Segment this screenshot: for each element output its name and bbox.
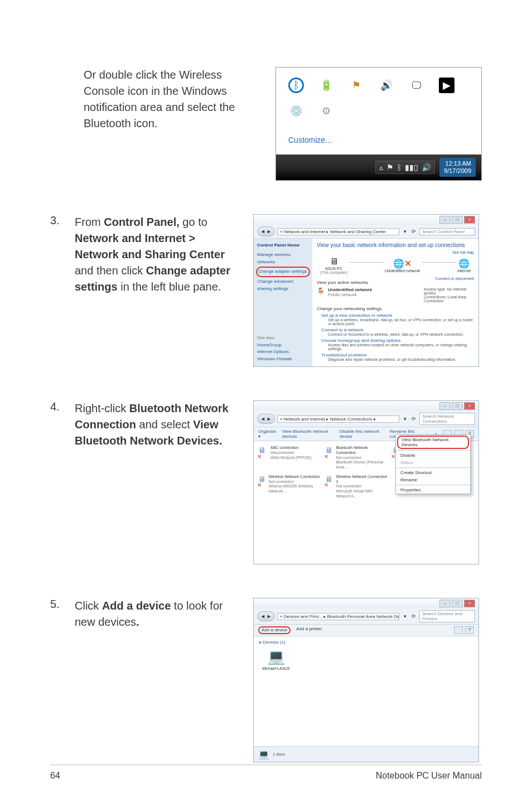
connect-disconnect-link[interactable]: Connect or disconnect: [435, 277, 474, 285]
details-pane: 💻 1 item: [254, 746, 478, 762]
close-button[interactable]: ×: [464, 216, 475, 224]
menu-view-bt-devices[interactable]: View Bluetooth Network Devices: [397, 436, 469, 449]
globe-icon: 🌐: [457, 258, 471, 269]
address-field[interactable]: « Network and Internet ▸ Network Connect…: [277, 416, 399, 423]
see-also-homegroup[interactable]: HomeGroup: [257, 342, 309, 349]
address-field[interactable]: « Devices and Print... ▸ Bluetooth Perso…: [277, 613, 399, 620]
screenshot-network-sharing: – □ × ◄► « Network and Internet ▸ Networ…: [253, 214, 479, 367]
search-field[interactable]: Search Devices and Printers: [419, 610, 475, 622]
maximize-button[interactable]: □: [452, 216, 463, 224]
toolbar-view-bt[interactable]: View Bluetooth network devices: [282, 429, 333, 439]
step-number-4: 4.: [50, 400, 64, 413]
window-titlebar: – □ ×: [254, 215, 478, 225]
bench-icon: 🪑: [317, 287, 325, 295]
pc-icon: 🖥: [320, 257, 347, 267]
map-node-internet: 🌐 Internet: [457, 258, 471, 273]
bluetooth-tray-icon[interactable]: ᛒ: [397, 163, 402, 172]
add-printer-button[interactable]: Add a printer: [296, 626, 322, 634]
action-center-icon: ⚑: [349, 78, 364, 93]
search-field[interactable]: Search Control Panel: [419, 228, 475, 235]
step-text-4: Right-click Bluetooth Network Connection…: [75, 400, 242, 449]
view-icon[interactable]: [454, 626, 463, 634]
battery-icon: 🔋: [318, 78, 334, 93]
address-field[interactable]: « Network and Internet ▸ Network and Sha…: [277, 228, 399, 235]
context-menu: View Bluetooth Network Devices Disable S…: [395, 434, 471, 494]
nav-back-forward[interactable]: ◄►: [257, 611, 275, 621]
footer-laptop-icon: 💻: [258, 749, 269, 760]
sidebar: Control Panel Home Manage wireless netwo…: [254, 239, 312, 366]
step-number-5: 5.: [50, 598, 64, 611]
sidebar-manage-wireless[interactable]: Manage wireless networks: [257, 252, 309, 266]
sidebar-change-adapter[interactable]: Change adapter settings: [256, 267, 310, 277]
devices-group[interactable]: ▸ Devices (1): [259, 640, 473, 645]
flag-icon[interactable]: ⚑: [386, 163, 394, 172]
map-node-network: 🌐✕ Unidentified network: [385, 258, 420, 273]
help-icon[interactable]: ?: [465, 626, 474, 634]
laptop-icon: 💻: [259, 648, 293, 665]
clock-time: 12:13 AM: [444, 160, 471, 167]
screenshot-network-connections: – □ × ◄► « Network and Internet ▸ Networ…: [253, 400, 479, 564]
minimize-button[interactable]: –: [439, 216, 451, 224]
taskbar-clock: 12:13 AM 9/17/2009: [439, 158, 476, 177]
step-number-3: 3.: [50, 214, 64, 227]
menu-properties[interactable]: Properties: [396, 486, 470, 494]
close-button[interactable]: ×: [464, 402, 475, 410]
sidebar-heading: Control Panel Home: [257, 242, 309, 249]
disc-icon: 💿: [288, 103, 304, 119]
menu-status: Status: [396, 459, 470, 466]
minimize-button[interactable]: –: [439, 600, 451, 607]
x-overlay-icon: ✕: [324, 482, 333, 489]
manual-title: Notebook PC User Manual: [376, 771, 482, 781]
nav-back-forward[interactable]: ◄►: [257, 414, 275, 424]
minimize-button[interactable]: –: [439, 402, 451, 410]
footer-count: 1 item: [273, 752, 285, 757]
task-homegroup[interactable]: Choose homegroup and sharing options: [321, 338, 400, 343]
active-networks-label: View your active networks: [317, 280, 368, 285]
task-connect-network[interactable]: Connect to a network: [321, 327, 364, 332]
network-icon: 🖵: [409, 78, 424, 93]
see-also-internet-options[interactable]: Internet Options: [257, 349, 309, 356]
toolbar-disable[interactable]: Disable this network device: [340, 429, 384, 439]
signal-icon[interactable]: ▮▮▯: [405, 163, 418, 172]
maximize-button[interactable]: □: [452, 600, 463, 607]
connection-item[interactable]: 🖥✕Bluetooth Network ConnectionNot connec…: [325, 446, 388, 470]
nav-back-forward[interactable]: ◄►: [257, 226, 275, 236]
gear-icon: ⚙: [318, 103, 334, 119]
map-node-pc: 🖥 ASUS-PC (This computer): [320, 257, 347, 274]
close-button[interactable]: ×: [464, 600, 475, 607]
clock-date: 9/17/2009: [444, 167, 471, 175]
connection-item[interactable]: 🖥✕Wireless Network Connection 2Not conne…: [325, 475, 388, 499]
add-device-button[interactable]: Add a device: [258, 626, 291, 634]
sidebar-advanced-sharing[interactable]: Change advanced sharing settings: [257, 278, 309, 293]
chevron-up-icon[interactable]: ▵: [379, 163, 383, 172]
device-name: Michael's ASUS: [262, 666, 290, 670]
main-heading: View your basic network information and …: [317, 242, 474, 248]
menu-rename[interactable]: Rename: [396, 476, 470, 484]
page-number: 64: [50, 771, 60, 781]
see-also-firewall[interactable]: Windows Firewall: [257, 356, 309, 363]
x-overlay-icon: ✕: [257, 482, 265, 489]
intro-text: Or double click the Wireless Console ico…: [50, 67, 264, 132]
screenshot-tray: ᛒ 🔋 ⚑ 🔊 🖵 ▶ 💿 ⚙ Customize... ▵ ⚑ ᛒ ▮▮▯: [275, 67, 482, 181]
speaker-icon[interactable]: 🔊: [422, 163, 431, 172]
connection-item[interactable]: 🖥✕ABC connectionDisconnectedWAN Miniport…: [258, 446, 321, 470]
menu-create-shortcut[interactable]: Create Shortcut: [396, 469, 470, 476]
network-icon: 🌐✕: [385, 258, 420, 269]
search-field[interactable]: Search Network Connections: [419, 413, 475, 425]
customize-link[interactable]: Customize...: [283, 132, 475, 148]
screenshot-devices: – □ × ◄► « Devices and Print... ▸ Blueto…: [253, 598, 479, 762]
device-item[interactable]: 💻 Michael's ASUS: [259, 648, 293, 670]
change-settings-heading: Change your networking settings: [317, 306, 474, 311]
x-overlay-icon: ✕: [324, 453, 332, 461]
step-text-5: Click Add a device to look for new devic…: [75, 598, 242, 630]
organize-menu[interactable]: Organize ▾: [258, 429, 276, 439]
media-icon: ▶: [439, 78, 454, 93]
see-full-map-link[interactable]: See full map: [317, 250, 474, 254]
task-new-connection[interactable]: Set up a new connection or network: [321, 313, 392, 318]
taskbar: ▵ ⚑ ᛒ ▮▮▯ 🔊 12:13 AM 9/17/2009: [276, 154, 481, 180]
task-troubleshoot[interactable]: Troubleshoot problems: [321, 352, 367, 357]
maximize-button[interactable]: □: [452, 402, 463, 410]
menu-disable[interactable]: Disable: [396, 452, 470, 459]
x-overlay-icon: ✕: [257, 453, 267, 461]
connection-item[interactable]: 🖥✕Wireless Network ConnectionNot connect…: [258, 475, 321, 499]
